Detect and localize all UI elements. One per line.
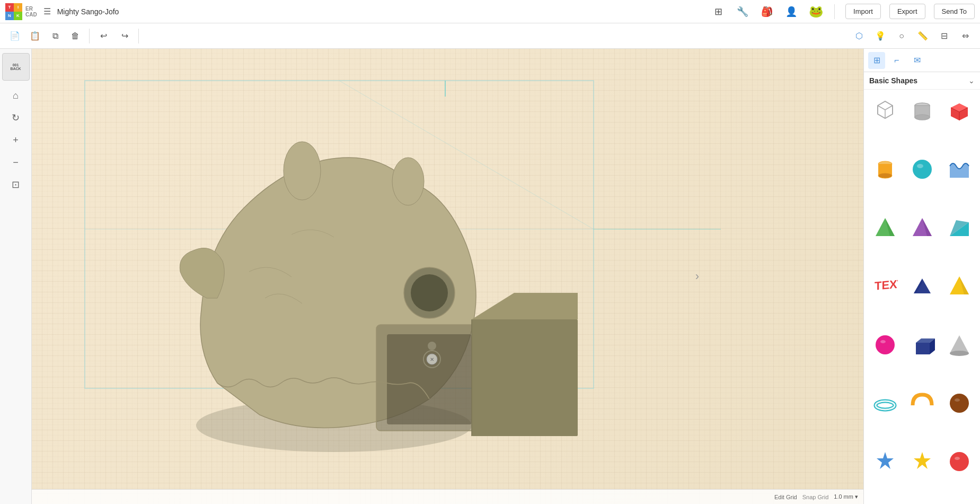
shapes-panel-btn[interactable]: ⊞ bbox=[868, 52, 885, 69]
gallery-icon[interactable]: 🎒 bbox=[759, 4, 775, 20]
logo-area: T I N K ERCAD bbox=[5, 3, 37, 20]
svg-point-26 bbox=[915, 115, 930, 120]
shape-purple-pyramid[interactable] bbox=[905, 211, 939, 245]
panel-title-area: Basic Shapes ⌄ bbox=[864, 72, 980, 90]
right-panel-toggle[interactable]: › bbox=[695, 270, 699, 283]
svg-point-12 bbox=[428, 342, 436, 350]
svg-marker-53 bbox=[950, 335, 969, 353]
rotate-button[interactable]: ↻ bbox=[6, 108, 25, 127]
zoom-out-button[interactable]: − bbox=[6, 153, 25, 172]
shape-yellow-pyramid[interactable] bbox=[942, 269, 976, 303]
right-panel-top: ⊞ ⌐ ✉ bbox=[864, 49, 980, 72]
svg-point-62 bbox=[955, 457, 960, 460]
zoom-in-button[interactable]: + bbox=[6, 131, 25, 150]
panel-dropdown-button[interactable]: ⌄ bbox=[968, 76, 975, 85]
shape-blue-star[interactable] bbox=[868, 445, 902, 479]
shape-tools: ⬡ 💡 ○ 📏 ⊟ ⇔ bbox=[850, 27, 975, 46]
svg-point-9 bbox=[411, 274, 448, 311]
light-tool[interactable]: 💡 bbox=[871, 27, 890, 46]
undo-button[interactable]: ↩ bbox=[94, 27, 113, 46]
shape-orange-cylinder[interactable] bbox=[868, 152, 902, 186]
edit-grid-label[interactable]: Edit Grid bbox=[774, 494, 797, 500]
file-tools: 📄 📋 ⧉ 🗑 bbox=[5, 27, 85, 46]
document-icon: ☰ bbox=[43, 6, 51, 16]
snap-grid-label: Snap Grid bbox=[802, 494, 829, 500]
shapes-grid: TEXT bbox=[864, 90, 980, 504]
shape-gray-cylinder[interactable] bbox=[905, 94, 939, 128]
logo-box: T I N K bbox=[5, 3, 22, 20]
home-view-button[interactable]: ⌂ bbox=[6, 86, 25, 105]
svg-line-21 bbox=[878, 106, 885, 110]
shape-teal-sphere[interactable] bbox=[905, 152, 939, 186]
shape-blue-wave[interactable] bbox=[942, 152, 976, 186]
shape-blue-prism[interactable] bbox=[905, 269, 939, 303]
import-button[interactable]: Import bbox=[845, 4, 881, 19]
ruler-tool[interactable]: 📏 bbox=[913, 27, 932, 46]
new-button[interactable]: 📄 bbox=[5, 27, 24, 46]
shape-orange-torus-half[interactable] bbox=[905, 386, 939, 420]
svg-point-49 bbox=[880, 340, 886, 343]
shape-yellow-star[interactable] bbox=[905, 445, 939, 479]
shape-red-box[interactable] bbox=[942, 94, 976, 128]
measure-panel-btn[interactable]: ⌐ bbox=[888, 52, 905, 69]
svg-point-36 bbox=[917, 164, 923, 168]
notes-panel-btn[interactable]: ✉ bbox=[908, 52, 925, 69]
copy-button[interactable]: 📋 bbox=[25, 27, 45, 46]
export-button[interactable]: Export bbox=[889, 4, 925, 19]
svg-point-58 bbox=[955, 398, 960, 402]
svg-point-61 bbox=[950, 452, 969, 471]
svg-marker-17 bbox=[472, 293, 578, 319]
topbar: T I N K ERCAD ☰ Mighty Sango-Jofo ⊞ 🔧 🎒 … bbox=[0, 0, 980, 23]
svg-line-22 bbox=[885, 106, 893, 110]
left-panel: 001 BACK ⌂ ↻ + − ⊡ bbox=[0, 49, 32, 504]
shape-red-sphere[interactable] bbox=[942, 445, 976, 479]
document-title[interactable]: Mighty Sango-Jofo bbox=[57, 7, 119, 16]
sendto-button[interactable]: Send To bbox=[934, 4, 975, 19]
view-cube-top-label: 001 bbox=[13, 63, 19, 67]
3d-model[interactable]: ✕ bbox=[101, 86, 578, 457]
circle-tool[interactable]: ○ bbox=[892, 27, 911, 46]
svg-rect-16 bbox=[472, 319, 578, 436]
shape-magenta-sphere[interactable] bbox=[868, 328, 902, 362]
mirror-tool[interactable]: ⇔ bbox=[956, 27, 975, 46]
topbar-right-icons: ⊞ 🔧 🎒 👤 🐸 Import Export Send To bbox=[710, 4, 975, 20]
shape-gray-cone[interactable] bbox=[942, 328, 976, 362]
svg-point-6 bbox=[284, 142, 321, 200]
shape-teal-wedge[interactable] bbox=[942, 211, 976, 245]
delete-button[interactable]: 🗑 bbox=[66, 27, 85, 46]
profile-icon[interactable]: 👤 bbox=[783, 4, 799, 20]
svg-text:✕: ✕ bbox=[430, 357, 434, 362]
shape-teal-torus[interactable] bbox=[868, 386, 902, 420]
multiview-button[interactable]: ⧉ bbox=[46, 27, 65, 46]
tinkercad-icon[interactable]: 🐸 bbox=[808, 4, 824, 20]
logo-i: I bbox=[14, 3, 22, 12]
svg-marker-60 bbox=[914, 452, 931, 469]
snap-grid-value[interactable]: 1.0 mm ▾ bbox=[834, 493, 858, 500]
fit-button[interactable]: ⊡ bbox=[6, 175, 25, 194]
view-cube[interactable]: 001 BACK bbox=[2, 53, 30, 81]
main-area: 001 BACK ⌂ ↻ + − ⊡ bbox=[0, 49, 980, 504]
shape-text-red[interactable]: TEXT bbox=[868, 269, 902, 303]
canvas-area[interactable]: ✕ › Edit Grid Snap Grid 1.0 mm ▾ bbox=[32, 49, 863, 504]
logo-text: ERCAD bbox=[25, 6, 37, 18]
shape-brown-sphere[interactable] bbox=[942, 386, 976, 420]
logo-k: K bbox=[14, 12, 22, 20]
align-tool[interactable]: ⊟ bbox=[934, 27, 953, 46]
right-panel: ⊞ ⌐ ✉ Basic Shapes ⌄ bbox=[863, 49, 980, 504]
svg-text:TEXT: TEXT bbox=[875, 277, 898, 293]
canvas-bottom-bar: Edit Grid Snap Grid 1.0 mm ▾ bbox=[32, 489, 863, 504]
tools-icon[interactable]: 🔧 bbox=[735, 4, 751, 20]
select-tool[interactable]: ⬡ bbox=[850, 27, 869, 46]
svg-point-34 bbox=[878, 173, 892, 178]
separator2 bbox=[138, 29, 139, 44]
svg-point-54 bbox=[950, 351, 969, 356]
shape-green-pyramid[interactable] bbox=[868, 211, 902, 245]
grid-view-icon[interactable]: ⊞ bbox=[710, 4, 726, 20]
view-cube-back-label: BACK bbox=[10, 67, 21, 71]
svg-point-57 bbox=[950, 394, 969, 413]
shape-blue-box[interactable] bbox=[905, 328, 939, 362]
redo-button[interactable]: ↪ bbox=[115, 27, 134, 46]
separator1 bbox=[89, 29, 90, 44]
toolbar2: 📄 📋 ⧉ 🗑 ↩ ↪ ⬡ 💡 ○ 📏 ⊟ ⇔ bbox=[0, 23, 980, 49]
shape-gray-cube[interactable] bbox=[868, 94, 902, 128]
